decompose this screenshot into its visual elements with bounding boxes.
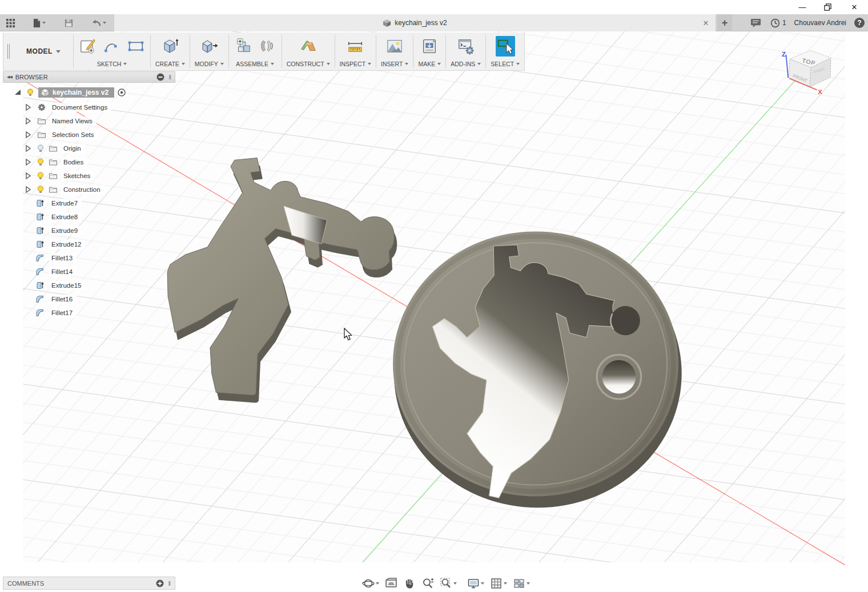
tree-item-sketches[interactable]: Sketches <box>23 170 94 182</box>
scene-canvas[interactable]: TOP FRONT RIGHT Z X <box>0 31 868 592</box>
browser-header[interactable]: ◀◀ BROWSER ‖ <box>3 71 175 83</box>
collapsed-triangle-icon[interactable] <box>23 130 33 139</box>
orbit-button[interactable] <box>361 577 380 590</box>
make-3d-print-button[interactable] <box>420 36 439 57</box>
workspace-switcher[interactable]: MODEL <box>14 33 73 70</box>
tree-item-label: Origin <box>61 144 85 153</box>
tree-feature-extrude8[interactable]: Extrude8 <box>35 211 82 223</box>
fillet-feature-icon <box>35 267 45 276</box>
help-button[interactable]: ? <box>854 18 865 28</box>
visibility-bulb-icon[interactable] <box>36 171 45 180</box>
spline-button[interactable] <box>102 36 122 57</box>
collapsed-triangle-icon[interactable] <box>23 103 33 112</box>
restore-button[interactable] <box>819 1 836 13</box>
browser-hide-icon[interactable] <box>156 73 165 82</box>
tree-item-selection-sets[interactable]: Selection Sets <box>23 129 98 140</box>
grid-snaps-button[interactable] <box>489 577 508 590</box>
tree-feature-fillet13[interactable]: Fillet13 <box>35 252 77 264</box>
press-pull-button[interactable] <box>199 36 219 57</box>
addins-menu[interactable]: ADD-INS <box>451 61 481 69</box>
tree-item-construction[interactable]: Construction <box>23 184 105 195</box>
insert-menu[interactable]: INSERT <box>381 61 408 69</box>
notification-center[interactable]: 1 <box>770 18 786 28</box>
extrude-feature-icon <box>35 240 45 249</box>
user-name[interactable]: Chouvaev Andrei <box>794 19 846 27</box>
look-at-button[interactable] <box>384 577 399 590</box>
job-status-button[interactable] <box>749 17 762 29</box>
close-button[interactable]: ✕ <box>846 1 863 13</box>
modify-menu[interactable]: MODIFY <box>195 61 224 69</box>
root-component-chip[interactable]: keychain_jess v2 <box>38 87 114 98</box>
tab-close-button[interactable]: ✕ <box>701 18 711 28</box>
display-settings-button[interactable] <box>466 577 485 590</box>
tree-feature-fillet14[interactable]: Fillet14 <box>35 266 77 277</box>
comments-grip-icon[interactable]: ‖ <box>168 580 171 587</box>
collapsed-triangle-icon[interactable] <box>23 144 33 153</box>
insert-image-button[interactable] <box>385 36 404 57</box>
select-tool-icon <box>496 37 515 55</box>
save-button[interactable] <box>63 17 75 29</box>
visibility-bulb-off-icon[interactable] <box>36 144 45 153</box>
tree-item-origin[interactable]: Origin <box>23 143 85 154</box>
modify-menu-label: MODIFY <box>195 61 218 67</box>
tree-root-component[interactable]: keychain_jess v2 <box>13 87 126 98</box>
new-component-button[interactable] <box>234 36 253 57</box>
folder-icon <box>49 158 58 167</box>
joint-button[interactable] <box>258 36 277 57</box>
tree-feature-extrude9[interactable]: Extrude9 <box>35 225 82 236</box>
tree-feature-extrude7[interactable]: Extrude7 <box>35 198 82 209</box>
create-sketch-button[interactable] <box>78 36 98 57</box>
app-grid-button[interactable] <box>5 17 17 29</box>
tree-feature-fillet16[interactable]: Fillet16 <box>35 293 77 305</box>
new-tab-button[interactable]: + <box>717 14 732 31</box>
collapsed-triangle-icon[interactable] <box>23 116 33 126</box>
construct-menu[interactable]: CONSTRUCT <box>287 61 330 69</box>
make-menu[interactable]: MAKE <box>418 61 441 69</box>
add-comment-icon[interactable] <box>155 579 164 588</box>
tree-item-label: Fillet17 <box>49 308 77 317</box>
activate-radio-icon[interactable] <box>117 88 126 97</box>
tree-feature-fillet17[interactable]: Fillet17 <box>35 307 77 319</box>
tree-item-document-settings[interactable]: Document Settings <box>23 102 111 113</box>
extrude-button[interactable] <box>160 36 180 57</box>
construct-plane-button[interactable] <box>299 36 318 57</box>
file-menu-button[interactable] <box>31 17 47 29</box>
assemble-menu[interactable]: ASSEMBLE <box>236 61 274 69</box>
viewport-3d[interactable]: TOP FRONT RIGHT Z X <box>0 31 868 592</box>
document-tab[interactable]: keychain_jess v2 ✕ <box>114 14 716 31</box>
undo-button[interactable] <box>90 18 107 29</box>
tree-item-bodies[interactable]: Bodies <box>23 156 87 168</box>
tree-item-named-views[interactable]: Named Views <box>23 115 97 127</box>
scripts-addins-button[interactable] <box>456 36 476 57</box>
inspect-menu[interactable]: INSPECT <box>340 61 372 69</box>
viewports-button[interactable] <box>512 577 531 590</box>
zoom-button[interactable] <box>420 577 435 590</box>
collapsed-triangle-icon[interactable] <box>23 158 33 167</box>
minimize-button[interactable]: — <box>794 1 811 13</box>
tree-feature-extrude12[interactable]: Extrude12 <box>35 239 85 250</box>
expand-triangle-icon[interactable] <box>13 88 22 97</box>
fit-button[interactable] <box>439 577 458 590</box>
ribbon-grip-handle[interactable] <box>3 33 14 70</box>
visibility-bulb-icon[interactable] <box>36 158 45 167</box>
select-tool-button[interactable] <box>496 36 515 57</box>
tree-feature-extrude15[interactable]: Extrude15 <box>35 280 85 291</box>
browser-collapse-icon[interactable]: ◀◀ <box>7 75 12 79</box>
zoom-icon <box>421 577 434 590</box>
keychain-disc-model[interactable] <box>393 231 682 508</box>
collapsed-triangle-icon[interactable] <box>23 171 33 180</box>
browser-grip-icon[interactable]: ‖ <box>168 74 171 80</box>
visibility-bulb-icon[interactable] <box>36 185 45 194</box>
tree-item-label: Extrude15 <box>49 281 85 290</box>
create-menu[interactable]: CREATE <box>155 61 185 69</box>
visibility-bulb-icon[interactable] <box>26 88 35 97</box>
extrude-icon <box>160 37 180 56</box>
sketch-menu[interactable]: SKETCH <box>97 61 127 69</box>
comments-bar[interactable]: COMMENTS ‖ <box>3 577 175 590</box>
ribbon-group-modify: MODIFY <box>190 33 228 70</box>
measure-button[interactable] <box>345 36 365 57</box>
select-menu[interactable]: SELECT <box>491 61 520 69</box>
rectangle-button[interactable] <box>126 36 146 57</box>
collapsed-triangle-icon[interactable] <box>23 185 33 194</box>
pan-button[interactable] <box>402 577 417 590</box>
